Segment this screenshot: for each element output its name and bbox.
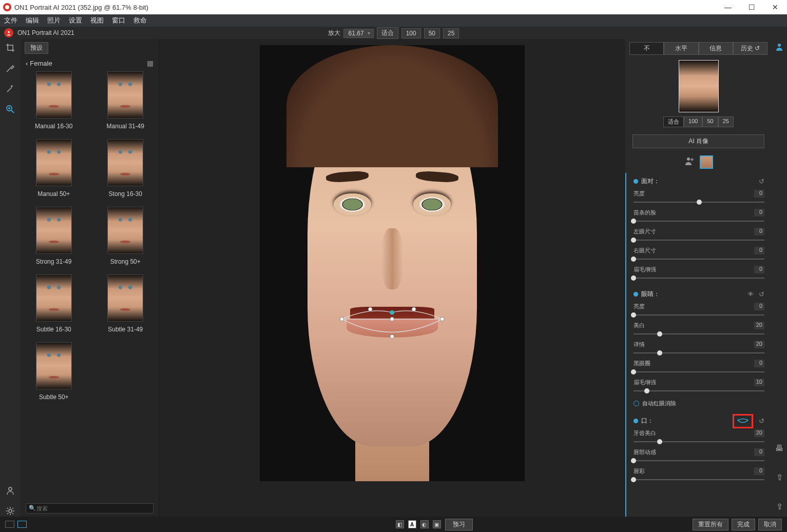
slider-track[interactable] (634, 240, 764, 241)
menu-file[interactable]: 文件 (4, 16, 17, 25)
magic-tool-icon[interactable] (5, 83, 16, 94)
group-toggle-icon[interactable] (634, 292, 638, 297)
tab-nav[interactable]: 不 (629, 42, 664, 55)
nav-100-button[interactable]: 100 (684, 116, 702, 127)
slider-value[interactable]: 20 (754, 429, 764, 437)
slider-value[interactable]: 0 (754, 266, 764, 273)
gear-tool-icon[interactable] (5, 505, 16, 517)
print-icon[interactable]: 🖶 (775, 439, 783, 458)
face-thumb-selected[interactable] (700, 155, 713, 169)
tab-level[interactable]: 水平 (664, 42, 698, 55)
slider-track[interactable] (634, 278, 764, 279)
slider-track[interactable] (634, 441, 764, 442)
checkbox-icon[interactable] (634, 401, 639, 406)
ai-portrait-button[interactable]: AI 肖像 (632, 134, 764, 148)
menu-edit[interactable]: 编辑 (26, 16, 39, 25)
mask-view-icon[interactable]: ▣ (433, 520, 441, 528)
slider-value[interactable]: 20 (754, 322, 764, 329)
done-button[interactable]: 完成 (732, 519, 755, 530)
menu-settings[interactable]: 设置 (69, 16, 82, 25)
group-toggle-icon[interactable] (634, 179, 638, 184)
slider-track[interactable] (634, 371, 764, 372)
menu-window[interactable]: 窗口 (112, 16, 125, 25)
group-header[interactable]: 口：↺ (634, 417, 764, 428)
slider-knob[interactable] (631, 312, 636, 318)
slider-knob[interactable] (631, 369, 636, 375)
slider-knob[interactable] (631, 477, 636, 482)
nav-50-button[interactable]: 50 (702, 116, 718, 127)
group-header[interactable]: 面对：↺ (634, 177, 764, 189)
slider-value[interactable]: 0 (754, 190, 764, 198)
crop-tool-icon[interactable] (5, 42, 16, 53)
preset-item[interactable]: Subtle 16-30 (27, 274, 81, 333)
minimize-button[interactable]: — (716, 0, 740, 14)
slider-value[interactable]: 0 (754, 209, 764, 216)
zoom-25-button[interactable]: 25 (443, 28, 459, 38)
reset-group-icon[interactable]: ↺ (759, 178, 764, 185)
nav-fit-button[interactable]: 适合 (663, 116, 684, 127)
grid-view-icon[interactable]: ▦ (147, 59, 153, 67)
add-face-icon[interactable] (684, 156, 695, 168)
preset-item[interactable]: Manual 16-30 (27, 71, 81, 130)
slider-track[interactable] (634, 460, 764, 461)
export-icon[interactable]: ⇧ (776, 467, 783, 487)
navigator-thumbnail[interactable] (679, 60, 719, 112)
slider-knob[interactable] (631, 238, 636, 243)
maximize-button[interactable]: ☐ (740, 0, 763, 14)
lip-overlay[interactable] (331, 303, 453, 346)
user-profile-icon[interactable] (775, 42, 784, 51)
slider-knob[interactable] (657, 331, 662, 337)
slider-track[interactable] (634, 333, 764, 334)
slider-track[interactable] (634, 259, 764, 260)
presets-tab[interactable]: 预设 (25, 42, 48, 54)
zoom-input[interactable]: 61.67 ▾ (343, 29, 374, 38)
slider-knob[interactable] (631, 458, 636, 463)
slider-knob[interactable] (644, 388, 649, 393)
preset-item[interactable]: Stong 16-30 (99, 139, 153, 198)
preset-item[interactable]: Subtle 50+ (27, 342, 81, 401)
preset-item[interactable]: Manual 31-49 (99, 71, 153, 130)
menu-help[interactable]: 救命 (133, 16, 147, 25)
slider-value[interactable]: 0 (754, 448, 764, 456)
preset-item[interactable]: Subtle 31-49 (99, 274, 153, 333)
zoom-100-button[interactable]: 100 (401, 28, 421, 38)
zoom-fit-button[interactable]: 适合 (377, 27, 398, 39)
mouth-edit-icon[interactable] (733, 414, 753, 428)
nav-25-button[interactable]: 25 (718, 116, 734, 127)
slider-value[interactable]: 0 (754, 247, 764, 254)
slider-track[interactable] (634, 221, 764, 222)
zoom-50-button[interactable]: 50 (424, 28, 440, 38)
menu-view[interactable]: 视图 (90, 16, 104, 25)
canvas-area[interactable] (159, 39, 625, 517)
tab-history[interactable]: 历史 ↺ (733, 42, 767, 55)
slider-value[interactable]: 0 (754, 360, 764, 367)
slider-knob[interactable] (631, 219, 636, 224)
view-single-icon[interactable] (5, 521, 14, 528)
mask-toggle-icon[interactable]: ◐ (420, 520, 429, 528)
slider-value[interactable]: 0 (754, 303, 764, 310)
breadcrumb-label[interactable]: ON1 Portrait AI 2021 (17, 29, 74, 36)
portrait-mode-icon[interactable] (4, 28, 13, 37)
slider-knob[interactable] (631, 257, 636, 262)
eye-visibility-icon[interactable]: 👁 (747, 290, 754, 298)
slider-track[interactable] (634, 202, 764, 203)
preset-item[interactable]: Strong 50+ (99, 207, 153, 265)
group-toggle-icon[interactable] (634, 419, 638, 423)
zoom-tool-icon[interactable] (5, 104, 16, 115)
slider-value[interactable]: 0 (754, 467, 764, 475)
adjust-tool-icon[interactable] (5, 63, 16, 74)
user-tool-icon[interactable] (5, 485, 16, 496)
checkbox-row[interactable]: 自动红眼消除 (634, 397, 764, 410)
cancel-button[interactable]: 取消 (758, 519, 782, 530)
slider-value[interactable]: 10 (754, 379, 764, 386)
before-after-icon[interactable]: ◧ (396, 520, 404, 528)
slider-value[interactable]: 20 (754, 341, 764, 348)
slider-track[interactable] (634, 352, 764, 353)
reset-group-icon[interactable]: ↺ (759, 417, 764, 425)
preset-search-input[interactable] (26, 503, 153, 514)
menu-photo[interactable]: 照片 (47, 16, 61, 25)
view-compare-icon[interactable] (17, 521, 27, 528)
slider-knob[interactable] (657, 439, 662, 444)
mask-a-icon[interactable]: A (408, 520, 416, 528)
group-header[interactable]: 眼睛：👁↺ (634, 290, 764, 302)
